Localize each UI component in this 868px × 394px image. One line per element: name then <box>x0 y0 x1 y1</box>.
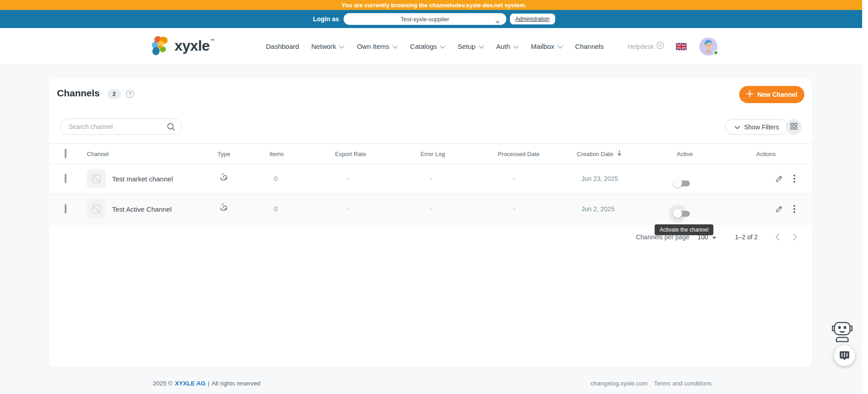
search-icon[interactable] <box>167 123 175 131</box>
search-box <box>60 119 182 135</box>
nav-item-catalogs[interactable]: Catalogs <box>410 43 445 50</box>
logo-trademark: ™ <box>210 38 215 43</box>
row-checkbox[interactable] <box>65 204 66 214</box>
channel-name[interactable]: Test market channel <box>112 175 173 183</box>
search-input[interactable] <box>69 123 167 130</box>
grid-view-button[interactable] <box>786 119 802 135</box>
channels-card: Channels 2 ? New Channel <box>49 79 812 367</box>
logo-text: xyxle <box>175 35 210 56</box>
administration-button[interactable]: Administration <box>510 14 555 24</box>
edit-button[interactable] <box>774 174 784 184</box>
chevron-down-icon <box>735 123 740 131</box>
per-page-select[interactable]: 100 <box>698 233 717 241</box>
title-row: Channels 2 ? New Channel <box>49 79 812 110</box>
col-type[interactable]: Type <box>217 150 230 157</box>
chevron-down-icon <box>339 43 344 50</box>
footer-copyright: 2025 © XYXLE AG | All rights reserved <box>153 380 260 387</box>
col-export-rate[interactable]: Export Rate <box>335 150 366 157</box>
export-rate: - <box>347 175 349 182</box>
chevron-down-icon <box>557 43 563 50</box>
user-avatar[interactable] <box>699 38 717 56</box>
channel-name[interactable]: Test Active Channel <box>112 205 172 213</box>
creation-date: Jun 2, 2025 <box>581 205 614 213</box>
error-log: - <box>430 205 432 213</box>
col-error-log[interactable]: Error Log <box>420 150 445 157</box>
col-actions: Actions <box>756 150 776 157</box>
edit-button[interactable] <box>774 204 784 214</box>
svg-text:?: ? <box>128 91 131 96</box>
system-banner-text: You are currently browsing the channelsd… <box>342 2 527 9</box>
row-menu-button[interactable] <box>792 204 797 214</box>
xyxle-logo-icon <box>150 35 171 58</box>
col-active[interactable]: Active <box>677 150 693 157</box>
company-link[interactable]: XYXLE AG <box>175 380 206 387</box>
chat-launcher-button[interactable] <box>834 345 855 366</box>
plus-icon <box>746 90 753 99</box>
table-row[interactable]: Test Active Channel 0 - - - Jun 2, 2025 <box>49 194 812 224</box>
helpdesk-link[interactable]: Helpdesk ? <box>627 42 664 51</box>
col-processed-date[interactable]: Processed Date <box>498 150 540 157</box>
language-flag-icon[interactable] <box>676 43 687 50</box>
select-caret-icon <box>712 233 717 241</box>
pagination: Channels per page 100 1–2 of 2 <box>49 224 812 250</box>
previous-page-button[interactable] <box>774 233 781 242</box>
pagination-range: 1–2 of 2 <box>735 233 758 241</box>
filter-row: Show Filters <box>49 119 812 135</box>
select-all-checkbox[interactable] <box>65 149 66 158</box>
chevron-down-icon <box>513 43 519 50</box>
items-count: 0 <box>274 175 278 182</box>
channel-count-badge: 2 <box>108 89 121 99</box>
chevron-down-icon <box>440 43 445 50</box>
login-as-bar: Login as Test-xyxle-supplier Administrat… <box>0 10 868 28</box>
processed-date: - <box>513 175 515 182</box>
sort-descending-icon[interactable] <box>617 150 622 157</box>
new-channel-button[interactable]: New Channel <box>739 86 804 103</box>
header-right: Helpdesk ? <box>627 28 717 65</box>
table-header: Channel Type Items Export Rate Error Log… <box>49 143 812 164</box>
creation-date: Jun 23, 2025 <box>581 175 618 182</box>
export-rate: - <box>347 205 349 213</box>
nav-item-network[interactable]: Network <box>311 43 344 50</box>
nav-item-dashboard[interactable]: Dashboard <box>266 43 299 50</box>
system-banner: You are currently browsing the channelsd… <box>0 0 868 10</box>
selected-account: Test-xyxle-supplier <box>401 16 449 23</box>
main-nav: Dashboard Network Own Items Catalogs Set… <box>266 28 604 65</box>
page-title: Channels <box>57 88 100 99</box>
col-channel[interactable]: Channel <box>87 150 108 157</box>
chat-robot-icon[interactable] <box>830 319 854 344</box>
nav-item-auth[interactable]: Auth <box>496 43 519 50</box>
terms-link[interactable]: Terms and conditions <box>654 380 712 387</box>
col-items[interactable]: Items <box>269 150 284 157</box>
online-status-dot <box>713 50 718 55</box>
nav-item-own-items[interactable]: Own Items <box>357 43 398 50</box>
login-account-select[interactable]: Test-xyxle-supplier <box>344 13 506 25</box>
svg-text:?: ? <box>659 43 662 48</box>
table-row[interactable]: Test market channel 0 - - - Jun 23, 2025 <box>49 164 812 194</box>
nav-item-channels[interactable]: Channels <box>575 43 604 50</box>
manual-channel-type-icon <box>219 173 229 185</box>
browser-scrollbar[interactable] <box>862 0 868 394</box>
footer-links: changelog.xyxle.com Terms and conditions <box>590 380 712 387</box>
manual-channel-type-icon <box>219 203 229 215</box>
channel-thumbnail <box>87 169 106 188</box>
question-circle-icon: ? <box>656 42 664 51</box>
row-checkbox[interactable] <box>65 174 66 183</box>
logo[interactable]: xyxle ™ <box>150 35 215 58</box>
nav-item-setup[interactable]: Setup <box>458 43 484 50</box>
changelog-link[interactable]: changelog.xyxle.com <box>590 380 647 387</box>
show-filters-button[interactable]: Show Filters <box>725 119 788 135</box>
channel-thumbnail <box>87 199 106 218</box>
select-caret-icon <box>495 18 500 26</box>
channels-page: Channels 2 ? New Channel <box>0 79 868 394</box>
col-creation-date[interactable]: Creation Date <box>577 150 622 157</box>
next-page-button[interactable] <box>792 233 798 242</box>
chevron-down-icon <box>392 43 398 50</box>
chevron-down-icon <box>479 43 484 50</box>
grid-icon <box>790 123 797 131</box>
items-count: 0 <box>274 205 278 213</box>
help-circle-icon[interactable]: ? <box>126 90 134 100</box>
row-menu-button[interactable] <box>792 173 797 184</box>
nav-item-mailbox[interactable]: Mailbox <box>531 43 563 50</box>
error-log: - <box>430 175 432 182</box>
footer: 2025 © XYXLE AG | All rights reserved ch… <box>0 380 868 387</box>
